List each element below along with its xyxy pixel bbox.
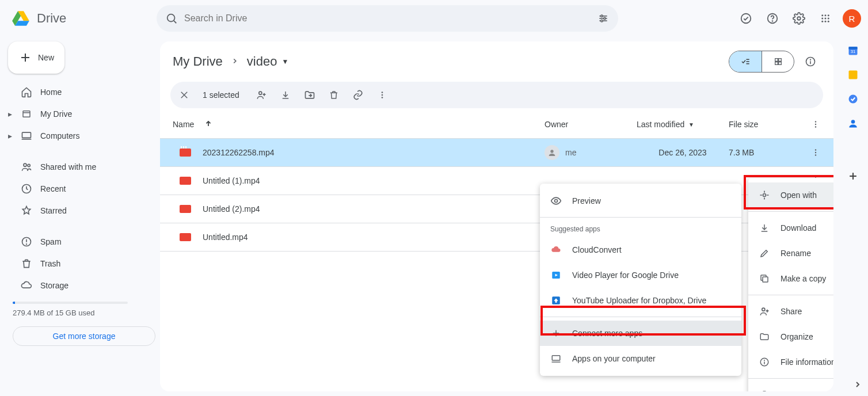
sidebar-item-recent[interactable]: Recent: [8, 178, 155, 199]
info-icon[interactable]: [800, 51, 821, 72]
video-file-icon: [180, 177, 191, 185]
download-icon[interactable]: [280, 89, 291, 101]
view-controls: [729, 51, 821, 73]
copy-link-icon[interactable]: [352, 89, 364, 101]
submenu-preview[interactable]: Preview: [540, 188, 741, 214]
svg-point-26: [28, 164, 30, 166]
svg-point-80: [851, 120, 855, 124]
sidebar-item-label: Trash: [40, 259, 60, 268]
settings-icon[interactable]: [787, 7, 810, 30]
sidebar-item-shared[interactable]: Shared with me: [8, 157, 155, 177]
ctx-download[interactable]: Download: [748, 215, 833, 241]
ctx-make-copy[interactable]: Make a copy Ctrl+C Ctrl+V: [748, 266, 833, 291]
svg-point-6: [604, 17, 606, 19]
svg-point-48: [815, 124, 816, 125]
ctx-file-info[interactable]: File information ▶: [748, 349, 833, 375]
sidebar-item-spam[interactable]: Spam: [8, 231, 155, 252]
column-last-modified[interactable]: Last modified ▼: [637, 120, 729, 129]
svg-point-18: [821, 21, 823, 22]
column-file-size[interactable]: File size: [729, 120, 792, 129]
view-mode-toggle: [729, 51, 794, 73]
search-bar[interactable]: [157, 5, 618, 32]
cloudconvert-icon: [550, 244, 562, 256]
side-panel-rail: 31: [838, 37, 868, 396]
sort-dropdown-icon: ▼: [687, 121, 694, 128]
file-name-text: Untitled (2).mp4: [203, 204, 260, 214]
hide-side-panel-icon[interactable]: [852, 379, 863, 390]
svg-point-0: [167, 14, 175, 22]
search-options-icon[interactable]: [592, 7, 615, 30]
expand-icon[interactable]: ▸: [7, 133, 13, 139]
breadcrumb-current[interactable]: video: [247, 54, 277, 69]
help-icon[interactable]: [761, 7, 784, 30]
sidebar-item-storage[interactable]: Storage: [8, 275, 155, 296]
sidebar-item-mydrive[interactable]: ▸ My Drive: [8, 104, 155, 124]
ctx-open-with[interactable]: Open with ▶: [748, 182, 833, 208]
new-button-label: New: [38, 53, 54, 62]
clear-selection-icon[interactable]: [178, 89, 190, 101]
search-input[interactable]: [183, 13, 592, 24]
calendar-app-icon[interactable]: 31: [847, 45, 859, 56]
ctx-organize[interactable]: Organize ▶: [748, 324, 833, 349]
ctx-share[interactable]: Share ▶: [748, 299, 833, 324]
sidebar-item-computers[interactable]: ▸ Computers: [8, 125, 155, 146]
keep-app-icon[interactable]: [847, 69, 859, 81]
get-more-storage-button[interactable]: Get more storage: [13, 326, 155, 346]
file-name-text: Untitled (1).mp4: [203, 176, 260, 185]
star-icon: [21, 205, 32, 216]
drive-logo-icon: [9, 7, 32, 30]
account-avatar[interactable]: R: [843, 9, 861, 28]
more-actions-icon[interactable]: [376, 89, 388, 101]
trash-icon: [21, 258, 32, 269]
sidebar-item-starred[interactable]: Starred: [8, 200, 155, 221]
breadcrumb: My Drive video ▼: [160, 46, 833, 77]
sidebar-item-home[interactable]: Home: [8, 82, 155, 102]
sidebar-item-trash[interactable]: Trash: [8, 253, 155, 274]
submenu-app-videoplayer[interactable]: Video Player for Google Drive: [540, 262, 741, 288]
submenu-app-youtubeuploader[interactable]: YouTube Uploader for Dropbox, Drive: [540, 288, 741, 313]
delete-icon[interactable]: [328, 89, 340, 101]
svg-point-8: [741, 14, 751, 24]
header-actions: R: [734, 7, 861, 30]
svg-rect-78: [849, 71, 858, 79]
svg-point-13: [825, 14, 827, 16]
new-button[interactable]: New: [8, 41, 64, 74]
apps-grid-icon[interactable]: [814, 7, 837, 30]
sort-ascending-icon[interactable]: [204, 120, 212, 130]
grid-view-button[interactable]: [762, 51, 794, 72]
expand-icon[interactable]: ▸: [7, 111, 13, 117]
submenu-apps-on-computer[interactable]: Apps on your computer: [540, 346, 741, 371]
svg-rect-23: [23, 111, 30, 117]
move-to-folder-icon[interactable]: [304, 89, 315, 101]
app-logo[interactable]: Drive: [7, 7, 145, 30]
column-name[interactable]: Name: [173, 120, 194, 129]
svg-point-30: [26, 244, 27, 245]
column-owner[interactable]: Owner: [545, 120, 637, 129]
submenu-app-cloudconvert[interactable]: CloudConvert: [540, 237, 741, 262]
svg-point-16: [825, 18, 827, 20]
breadcrumb-dropdown-icon[interactable]: ▼: [281, 58, 288, 66]
file-modified: Dec 26, 2023: [637, 148, 729, 157]
ctx-move-to-trash[interactable]: Move to trash: [748, 382, 833, 391]
breadcrumb-root[interactable]: My Drive: [173, 54, 223, 69]
column-menu-icon[interactable]: [792, 119, 821, 130]
offline-status-icon[interactable]: [734, 7, 757, 30]
svg-point-50: [550, 150, 553, 153]
share-person-icon[interactable]: [256, 89, 267, 101]
add-companion-app-icon[interactable]: [847, 170, 859, 182]
video-file-icon: [180, 205, 191, 213]
sidebar-item-label: Recent: [40, 184, 66, 193]
contacts-app-icon[interactable]: [847, 117, 859, 129]
svg-point-52: [815, 152, 816, 153]
tasks-app-icon[interactable]: [847, 93, 859, 105]
home-icon: [21, 86, 32, 98]
list-view-button[interactable]: [729, 51, 762, 72]
open-with-submenu: Preview Suggested apps CloudConvert Vide…: [540, 184, 741, 376]
sidebar-item-label: Storage: [40, 281, 68, 290]
row-actions-icon[interactable]: [792, 147, 821, 158]
drive-icon: [21, 108, 32, 120]
submenu-connect-more-apps[interactable]: Connect more apps: [540, 321, 741, 346]
submenu-section-label: Suggested apps: [540, 221, 741, 237]
table-row[interactable]: 202312262258.mp4meDec 26, 20237.3 MB: [160, 139, 833, 167]
ctx-rename[interactable]: Rename: [748, 241, 833, 266]
